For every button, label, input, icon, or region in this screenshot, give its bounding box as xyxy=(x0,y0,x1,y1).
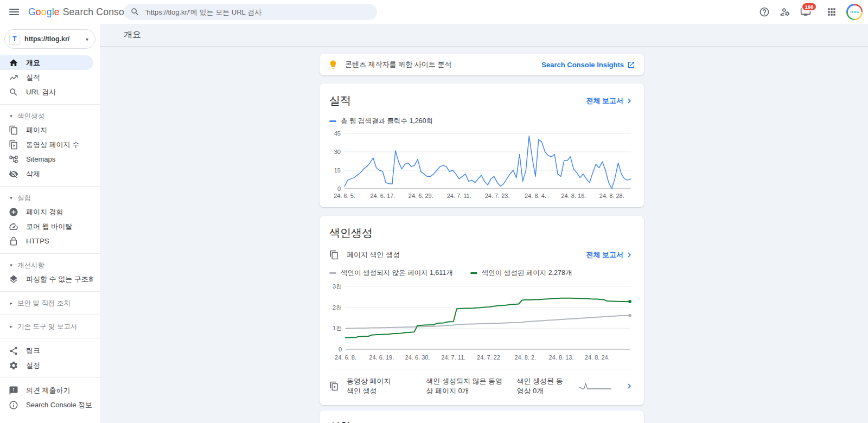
svg-text:24. 7. 11.: 24. 7. 11. xyxy=(447,193,471,199)
sidebar-section-experience[interactable]: ▾실험 xyxy=(0,191,100,204)
topbar-actions: 198 TLOG xyxy=(753,0,863,24)
apps-grid-icon xyxy=(826,7,837,17)
pages-icon xyxy=(9,125,18,135)
sidebar-section-indexing[interactable]: ▾색인생성 xyxy=(0,110,100,123)
video-sparkline xyxy=(578,382,612,390)
hamburger-icon xyxy=(9,7,19,17)
svg-text:3천: 3천 xyxy=(333,283,342,290)
caret-down-icon: ▾ xyxy=(8,262,15,268)
sidebar-item-page-experience[interactable]: 페이지 경험 xyxy=(0,204,93,219)
sidebar-item-url-inspection[interactable]: URL 검사 xyxy=(0,85,93,99)
indexing-card-title: 색인생성 xyxy=(329,226,634,240)
sidebar-divider xyxy=(0,186,100,187)
help-icon xyxy=(759,7,770,17)
sidebar-section-security-manual-actions[interactable]: ▸보안 및 직접 조치 xyxy=(0,297,100,310)
sidebar-item-overview[interactable]: 개요 xyxy=(0,55,93,70)
sidebar-item-performance[interactable]: 실적 xyxy=(0,70,93,85)
sidebar-item-links[interactable]: 링크 xyxy=(0,343,93,358)
chevron-right-icon xyxy=(624,96,634,106)
removals-icon xyxy=(9,169,18,179)
property-initial-icon: T xyxy=(9,34,20,44)
search-console-insights-link[interactable]: Search Console Insights xyxy=(541,61,635,69)
search-icon xyxy=(9,87,18,97)
sitemap-icon xyxy=(9,155,18,164)
page-title: 개요 xyxy=(124,29,141,41)
performance-full-report-link[interactable]: 전체 보고서 xyxy=(586,96,634,106)
sidebar-item-settings[interactable]: 설정 xyxy=(0,358,93,373)
notification-badge: 198 xyxy=(801,2,817,11)
sidebar-item-unparsable-structured-data[interactable]: 파싱할 수 없는 구조화된 ... xyxy=(0,272,93,286)
svg-text:45: 45 xyxy=(334,130,341,137)
url-inspection-search-bar[interactable] xyxy=(124,4,377,20)
sidebar-divider xyxy=(0,104,100,105)
svg-text:24. 6. 30.: 24. 6. 30. xyxy=(405,354,430,361)
google-apps-button[interactable] xyxy=(822,3,841,21)
svg-text:24. 6. 29.: 24. 6. 29. xyxy=(409,193,433,199)
help-button[interactable] xyxy=(755,3,774,21)
svg-text:24. 6. 19.: 24. 6. 19. xyxy=(369,354,394,361)
google-logo-text: Google xyxy=(28,7,60,18)
home-icon xyxy=(9,58,18,68)
top-bar: Google Search Console 198 TLOG xyxy=(0,0,868,24)
avatar[interactable]: TLOG xyxy=(846,4,863,20)
sidebar-item-pages[interactable]: 페이지 xyxy=(0,123,93,137)
search-icon xyxy=(130,7,140,17)
sidebar-nav: 개요실적URL 검사▾색인생성페이지동영상 페이지 수Sitemaps삭제▾실험… xyxy=(0,55,100,412)
svg-text:24. 8. 4.: 24. 8. 4. xyxy=(525,193,546,199)
gauge-icon xyxy=(9,222,18,232)
experience-card-title: 실험 xyxy=(329,419,634,423)
video-not-indexed-count: 색인 생성되지 않은 동영상 페이지 0개 xyxy=(426,376,502,396)
chevron-right-icon xyxy=(624,381,634,391)
trending-up-icon xyxy=(9,73,18,82)
svg-text:24. 8. 24.: 24. 8. 24. xyxy=(585,354,610,361)
video-pages-icon xyxy=(329,381,339,391)
pages-icon xyxy=(329,250,339,260)
svg-text:24. 6. 5.: 24. 6. 5. xyxy=(334,193,355,199)
caret-down-icon: ▾ xyxy=(8,195,15,201)
svg-text:1천: 1천 xyxy=(333,325,342,331)
sidebar-item-video-pages[interactable]: 동영상 페이지 수 xyxy=(0,137,93,152)
gear-icon xyxy=(9,361,18,370)
caret-right-icon: ▸ xyxy=(8,300,15,306)
lock-icon xyxy=(9,236,18,246)
indexing-full-report-link[interactable]: 전체 보고서 xyxy=(586,250,634,260)
sidebar-item-https[interactable]: HTTPS xyxy=(0,234,93,248)
svg-text:24. 8. 16.: 24. 8. 16. xyxy=(561,193,586,199)
sidebar-divider xyxy=(0,291,100,292)
indexing-legend: 색인이 생성되지 않은 페이지 1,611개 색인이 생성된 페이지 2,278… xyxy=(329,268,634,278)
experience-card: 실험 xyxy=(320,411,644,423)
links-icon xyxy=(9,346,18,356)
insights-text: 콘텐츠 제작자를 위한 사이트 분석 xyxy=(345,60,451,69)
notifications-button[interactable]: 198 xyxy=(796,3,815,21)
svg-text:24. 8. 13.: 24. 8. 13. xyxy=(549,354,574,361)
legend-dash-not-indexed xyxy=(329,272,336,274)
user-settings-button[interactable] xyxy=(776,3,794,21)
svg-text:24. 6. 8.: 24. 6. 8. xyxy=(335,354,356,361)
avatar-label: TLOG xyxy=(848,5,861,19)
sidebar-section-legacy-tools-reports[interactable]: ▸기존 도구 및 보고서 xyxy=(0,320,100,333)
page-indexing-row: 페이지 색인 생성 전체 보고서 xyxy=(329,250,634,260)
svg-text:24. 7. 22.: 24. 7. 22. xyxy=(477,354,502,361)
svg-text:0: 0 xyxy=(337,185,341,192)
search-input[interactable] xyxy=(145,8,371,16)
svg-text:0: 0 xyxy=(339,346,342,352)
manage-accounts-icon xyxy=(780,7,790,17)
legend-dash-indexed xyxy=(470,272,477,274)
property-selector[interactable]: T https://tlog.kr/ ▾ xyxy=(4,29,95,49)
sidebar-item-submit-feedback[interactable]: 의견 제출하기 xyxy=(0,383,93,398)
insights-banner: 콘텐츠 제작자를 위한 사이트 분석 Search Console Insigh… xyxy=(320,54,644,75)
chevron-down-icon: ▾ xyxy=(86,36,88,42)
sidebar-item-removals[interactable]: 삭제 xyxy=(0,166,93,181)
menu-button[interactable] xyxy=(3,1,25,23)
sidebar-item-about-search-console[interactable]: Search Console 정보 xyxy=(0,398,93,412)
video-pages-icon xyxy=(9,140,18,150)
video-indexing-row[interactable]: 동영상 페이지 색인 생성 색인 생성되지 않은 동영상 페이지 0개 색인 생… xyxy=(329,369,634,403)
sidebar-item-core-web-vitals[interactable]: 코어 웹 바이탈 xyxy=(0,219,93,234)
svg-text:15: 15 xyxy=(334,167,341,174)
lightbulb-icon xyxy=(328,60,338,69)
app-logo: Google Search Console xyxy=(28,7,132,18)
content-column: 콘텐츠 제작자를 위한 사이트 분석 Search Console Insigh… xyxy=(320,47,644,423)
svg-text:24. 7. 11.: 24. 7. 11. xyxy=(441,354,465,361)
sidebar-section-enhancements[interactable]: ▾개선사항 xyxy=(0,259,100,272)
sidebar-item-sitemaps[interactable]: Sitemaps xyxy=(0,152,93,166)
